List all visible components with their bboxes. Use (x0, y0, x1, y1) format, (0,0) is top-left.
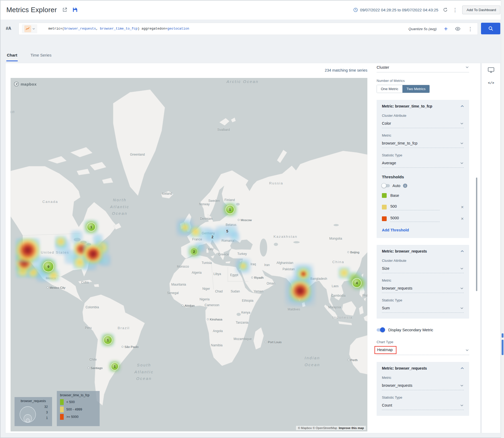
panel-scrollbar[interactable] (476, 178, 477, 291)
select-statistic-type[interactable]: Average (382, 159, 464, 168)
select-cluster-attribute[interactable]: Color (382, 119, 464, 128)
legend-browser-time-to-fcp: browser_time_to_fcp < 500500 - 4999>= 50… (57, 391, 100, 426)
clock-icon (353, 8, 358, 12)
mapbox-logo[interactable]: mapbox (14, 81, 37, 87)
query-input[interactable]: metric=(browser_requests, browser_time_t… (48, 27, 189, 31)
number-of-metrics-label: Number of Metrics (377, 79, 469, 83)
chart-type-label: Chart Type (377, 340, 469, 344)
remove-threshold-icon[interactable]: ✕ (461, 217, 464, 221)
chart-view-icon[interactable] (488, 67, 494, 73)
add-to-dashboard-button[interactable]: Add To Dashboard (462, 6, 500, 14)
add-query-icon[interactable]: + (444, 26, 448, 32)
map-cluster-marker[interactable]: 5 (224, 228, 230, 234)
map-cluster-marker[interactable]: 1 (103, 336, 112, 344)
field-label: Statistic Type (382, 153, 464, 157)
threshold-value-input[interactable]: 500 (390, 204, 440, 210)
collapse-chevron-up-icon[interactable] (461, 250, 464, 252)
improve-map-link[interactable]: Improve this map (339, 426, 364, 430)
select-value: browser_requests (382, 383, 412, 388)
world-map[interactable]: Arctic OceananGreenlandSvalbardIcelandCa… (11, 78, 367, 431)
plot-type-button[interactable] (22, 24, 37, 33)
header-overflow-menu-icon[interactable]: ⋮ (452, 7, 457, 12)
select-metric[interactable]: browser_time_to_fcp (382, 139, 464, 148)
segment-two-metrics[interactable]: Two Metrics (403, 85, 429, 93)
chevron-down-icon (460, 307, 463, 309)
add-threshold-link[interactable]: Add Threshold (382, 228, 464, 232)
collapse-chevron-up-icon[interactable] (461, 105, 464, 107)
search-button[interactable] (481, 23, 500, 34)
quantize-label: Quantize 5s (avg) (408, 27, 437, 31)
mapbox-logo-icon (14, 81, 19, 87)
select-cluster-attribute[interactable]: Size (382, 264, 464, 273)
select-value: Sum (382, 306, 390, 310)
legend-color-label: 500 - 4999 (66, 408, 82, 411)
tab-time-series[interactable]: Time Series (30, 51, 52, 61)
select-value: browser_requests (382, 286, 412, 290)
field-label: Metric (382, 278, 464, 282)
map-cluster-marker[interactable]: 1 (87, 222, 96, 231)
save-icon[interactable] (73, 7, 77, 12)
select-value: Color (382, 121, 391, 125)
select-value: Count (382, 403, 392, 407)
share-icon[interactable] (62, 7, 67, 12)
chart-type-select[interactable]: Heatmap (377, 346, 469, 355)
select-value: Average (382, 161, 396, 165)
chevron-down-icon (460, 268, 463, 269)
threshold-color-swatch[interactable] (382, 216, 387, 221)
select-statistic-type[interactable]: Sum (382, 304, 464, 313)
collapse-chevron-up-icon[interactable] (461, 367, 464, 369)
info-icon[interactable]: i (403, 184, 407, 188)
map-cluster-marker[interactable]: 9 (43, 261, 54, 272)
map-cluster-marker[interactable]: 1 (225, 205, 234, 214)
metric-card-fcp: Metric: browser_time_to_fcp Cluster Attr… (377, 100, 469, 238)
code-view-icon[interactable]: </> (488, 81, 494, 85)
map-cluster-marker[interactable]: 2 (210, 234, 215, 240)
cluster-select[interactable]: Cluster (377, 63, 469, 72)
select-value: Size (382, 266, 389, 271)
threshold-color-swatch[interactable] (382, 205, 387, 209)
legend-color-swatch (60, 407, 64, 412)
field-label: Cluster Attribute (382, 259, 464, 263)
tab-chart[interactable]: Chart (6, 51, 18, 61)
time-range[interactable]: 09/07/2022 04:28:25 to 09/07/2022 04:43:… (353, 8, 438, 12)
chart-options-panel: Cluster Number of Metrics One MetricTwo … (377, 63, 469, 416)
threshold-color-swatch[interactable] (382, 193, 387, 198)
refresh-icon[interactable] (443, 7, 448, 12)
legend-color-label: < 500 (66, 400, 75, 404)
chevron-down-icon (460, 123, 463, 124)
segment-one-metric[interactable]: One Metric (377, 85, 403, 93)
legend-size-value: 1 (46, 416, 48, 420)
view-switch-rail: </> (482, 63, 501, 433)
legend-color-swatch (60, 414, 64, 420)
thresholds-title: Thresholds (382, 175, 464, 179)
query-menu-icon[interactable]: ⋮ (468, 26, 473, 31)
threshold-value-input[interactable]: 5000 (390, 216, 440, 222)
metric-card-requests-secondary: Metric: browser_requests Metricbrowser_r… (377, 362, 469, 416)
select-value: browser_time_to_fcp (382, 141, 418, 145)
map-cluster-marker[interactable]: 1 (111, 362, 119, 370)
metric-card-fcp-title: Metric: browser_time_to_fcp (382, 104, 432, 108)
chevron-down-icon (33, 28, 35, 30)
chart-type-value: Heatmap (377, 348, 393, 352)
legend-fcp-title: browser_time_to_fcp (60, 393, 96, 397)
legend-color-row: >= 5000 (60, 414, 96, 420)
query-box: metric=(browser_requests, browser_time_t… (19, 23, 478, 35)
visibility-eye-icon[interactable] (455, 27, 460, 31)
map-cluster-marker[interactable]: 2 (190, 248, 198, 255)
display-secondary-metric-toggle[interactable] (377, 328, 385, 332)
chevron-down-icon (466, 66, 469, 68)
map-cluster-marker[interactable]: 4 (352, 278, 362, 288)
number-of-metrics-segmented-control: One MetricTwo Metrics (377, 85, 430, 93)
page-scrollbar[interactable] (501, 0, 504, 438)
select-metric[interactable]: browser_requests (382, 284, 464, 293)
select-statistic-type[interactable]: Count (382, 401, 464, 410)
plot-label: #A (6, 26, 11, 31)
remove-threshold-icon[interactable]: ✕ (461, 205, 464, 209)
select-metric[interactable]: browser_requests (382, 381, 464, 390)
chevron-down-icon (460, 385, 463, 386)
line-chart-icon (24, 25, 31, 32)
legend-color-row: < 500 (60, 399, 96, 405)
threshold-row: Base (382, 192, 464, 199)
auto-thresholds-toggle[interactable] (382, 184, 390, 187)
legend-size-value: 3 (46, 411, 48, 414)
